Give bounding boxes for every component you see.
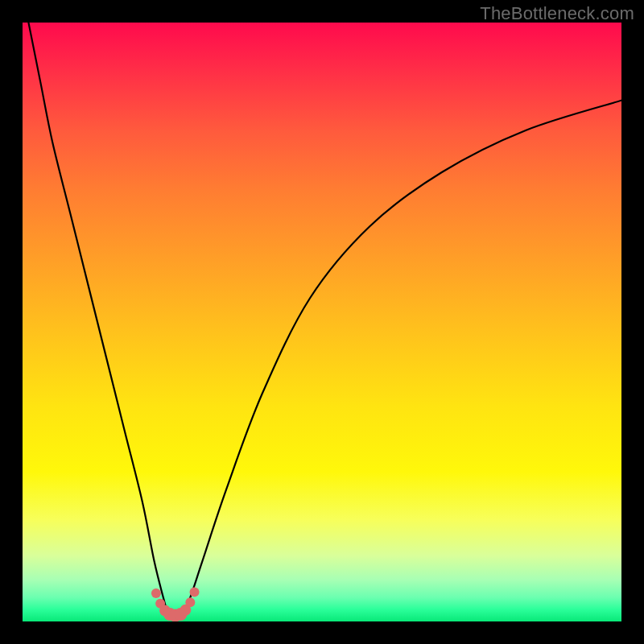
chart-frame bbox=[23, 23, 621, 621]
bottleneck-marker bbox=[163, 608, 176, 621]
chart-svg bbox=[23, 23, 621, 621]
bottleneck-marker bbox=[190, 588, 200, 597]
bottleneck-marker bbox=[155, 599, 165, 609]
bottleneck-marker bbox=[185, 597, 195, 607]
curve-right-branch bbox=[183, 101, 621, 613]
bottleneck-marker bbox=[169, 609, 182, 621]
bottleneck-marker bbox=[159, 605, 171, 617]
bottleneck-marker bbox=[151, 588, 161, 598]
watermark-text: TheBottleneck.com bbox=[480, 3, 634, 24]
curve-left-branch bbox=[28, 23, 167, 613]
bottleneck-marker bbox=[180, 605, 191, 616]
bottleneck-marker-cluster bbox=[151, 588, 200, 621]
bottleneck-marker bbox=[174, 608, 187, 621]
